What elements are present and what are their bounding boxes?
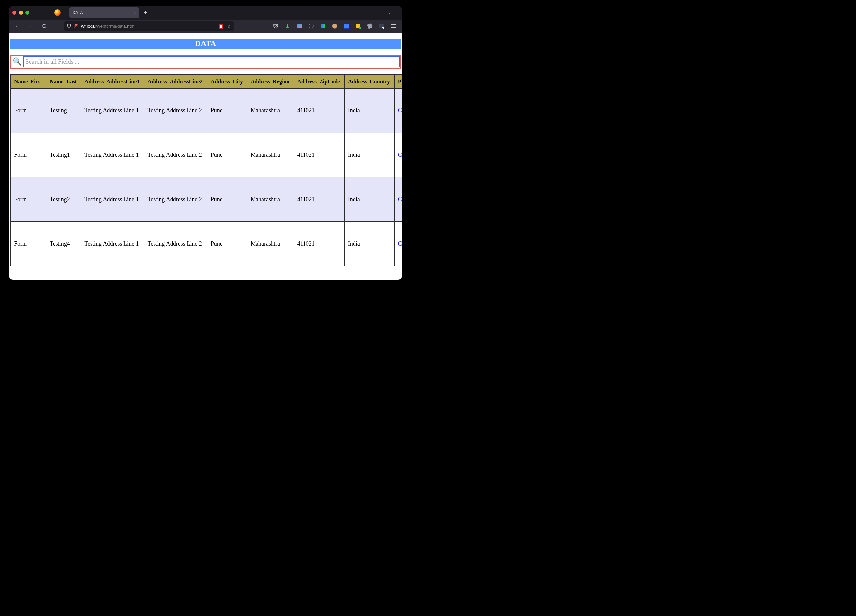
cell-country: India — [344, 89, 394, 133]
nav-reload-button[interactable] — [39, 21, 50, 31]
table-row: Form Testing Testing Address Line 1 Test… — [11, 89, 402, 133]
cell-country: India — [344, 133, 394, 177]
cell-addr1: Testing Address Line 1 — [81, 89, 144, 133]
reload-icon — [42, 23, 47, 29]
window-maximize-button[interactable] — [26, 11, 29, 15]
toolbar: ← → wf.local/webforms/data.html ▦ ☆ — [9, 20, 402, 33]
nav-back-button[interactable]: ← — [12, 21, 23, 31]
phone-link[interactable]: Call 888 — [398, 240, 402, 247]
table-row: Form Testing4 Testing Address Line 1 Tes… — [11, 222, 402, 266]
cell-addr1: Testing Address Line 1 — [81, 133, 144, 177]
cell-addr2: Testing Address Line 2 — [144, 89, 207, 133]
cell-addr2: Testing Address Line 2 — [144, 222, 207, 266]
insecure-lock-icon — [74, 23, 79, 29]
cell-phone: Call 888 — [394, 133, 402, 177]
cell-country: India — [344, 222, 394, 266]
shield-icon — [67, 24, 71, 28]
new-tab-button[interactable]: + — [144, 9, 147, 16]
extension-save-icon[interactable] — [341, 21, 351, 31]
cell-last: Testing4 — [46, 222, 81, 266]
cell-region: Maharashtra — [247, 133, 294, 177]
col-header-phone: PhoneN — [394, 75, 402, 89]
tab-strip: DATA × + ⌄ — [9, 6, 402, 20]
cell-city: Pune — [207, 177, 247, 222]
cell-city: Pune — [207, 222, 247, 266]
extension-info-icon[interactable]: ⓘ — [306, 21, 316, 31]
cell-zip: 411021 — [294, 177, 344, 222]
extension-crayons-icon[interactable] — [317, 21, 328, 31]
cell-city: Pune — [207, 133, 247, 177]
cell-first: Form — [11, 177, 46, 222]
url-text: wf.local/webforms/data.html — [81, 24, 135, 29]
cell-phone: Call 888 — [394, 177, 402, 222]
extension-wand-icon[interactable] — [365, 21, 375, 31]
extension-dark-icon[interactable] — [376, 21, 387, 31]
phone-link[interactable]: Call 888 — [398, 196, 402, 203]
cell-last: Testing2 — [46, 177, 81, 222]
cell-city: Pune — [207, 89, 247, 133]
firefox-logo-icon — [54, 9, 61, 16]
col-header-city: Address_City — [207, 75, 247, 89]
extension-rainbow-icon[interactable] — [294, 21, 305, 31]
window-minimize-button[interactable] — [19, 11, 23, 15]
table-row: Form Testing1 Testing Address Line 1 Tes… — [11, 133, 402, 177]
col-header-addr1: Address_AddressLine1 — [81, 75, 144, 89]
search-input[interactable] — [23, 56, 400, 67]
data-table: Name_First Name_Last Address_AddressLine… — [11, 74, 402, 266]
cell-addr2: Testing Address Line 2 — [144, 177, 207, 222]
cell-addr2: Testing Address Line 2 — [144, 133, 207, 177]
ad-block-icon[interactable]: ▦ — [219, 24, 223, 29]
col-header-first: Name_First — [11, 75, 46, 89]
window-controls — [12, 11, 29, 15]
cell-country: India — [344, 177, 394, 222]
col-header-country: Address_Country — [344, 75, 394, 89]
browser-window: DATA × + ⌄ ← → wf.local/webforms/data.ht… — [9, 6, 402, 280]
url-bar[interactable]: wf.local/webforms/data.html ▦ ☆ — [64, 21, 234, 31]
cell-addr1: Testing Address Line 1 — [81, 177, 144, 222]
cell-zip: 411021 — [294, 133, 344, 177]
cell-last: Testing1 — [46, 133, 81, 177]
table-row: Form Testing2 Testing Address Line 1 Tes… — [11, 177, 402, 222]
col-header-last: Name_Last — [46, 75, 81, 89]
cell-addr1: Testing Address Line 1 — [81, 222, 144, 266]
search-area: 🔍 — [11, 55, 400, 69]
cell-zip: 411021 — [294, 89, 344, 133]
phone-link[interactable]: Call 888 — [398, 152, 402, 158]
page-title: DATA — [11, 38, 400, 49]
tab-title: DATA — [72, 11, 83, 15]
col-header-zip: Address_ZipCode — [294, 75, 344, 89]
col-header-addr2: Address_AddressLine2 — [144, 75, 207, 89]
window-close-button[interactable] — [12, 11, 16, 15]
search-icon: 🔍 — [11, 57, 23, 66]
col-header-region: Address_Region — [247, 75, 294, 89]
cell-zip: 411021 — [294, 222, 344, 266]
cell-phone: Call 888 — [394, 89, 402, 133]
close-tab-button[interactable]: × — [133, 10, 136, 16]
cell-first: Form — [11, 89, 46, 133]
bookmark-star-icon[interactable]: ☆ — [227, 23, 231, 29]
extension-file-icon[interactable] — [353, 21, 363, 31]
cell-last: Testing — [46, 89, 81, 133]
tab-data[interactable]: DATA × — [69, 7, 139, 18]
app-menu-button[interactable] — [388, 21, 399, 31]
cell-phone: Call 888 — [394, 222, 402, 266]
cell-region: Maharashtra — [247, 222, 294, 266]
hamburger-icon — [391, 24, 396, 28]
cell-region: Maharashtra — [247, 89, 294, 133]
page-viewport: DATA 🔍 Name_First Name_Last Address_Addr… — [9, 33, 402, 280]
cell-first: Form — [11, 133, 46, 177]
extension-monkey-icon[interactable] — [329, 21, 340, 31]
phone-link[interactable]: Call 888 — [398, 107, 402, 114]
pocket-icon[interactable] — [271, 21, 281, 31]
nav-forward-button[interactable]: → — [24, 21, 35, 31]
cell-first: Form — [11, 222, 46, 266]
toolbar-right-icons: ⓘ — [271, 21, 399, 31]
cell-region: Maharashtra — [247, 177, 294, 222]
tabs-overflow-button[interactable]: ⌄ — [387, 10, 391, 15]
downloads-icon[interactable] — [282, 21, 293, 31]
table-header-row: Name_First Name_Last Address_AddressLine… — [11, 75, 402, 89]
